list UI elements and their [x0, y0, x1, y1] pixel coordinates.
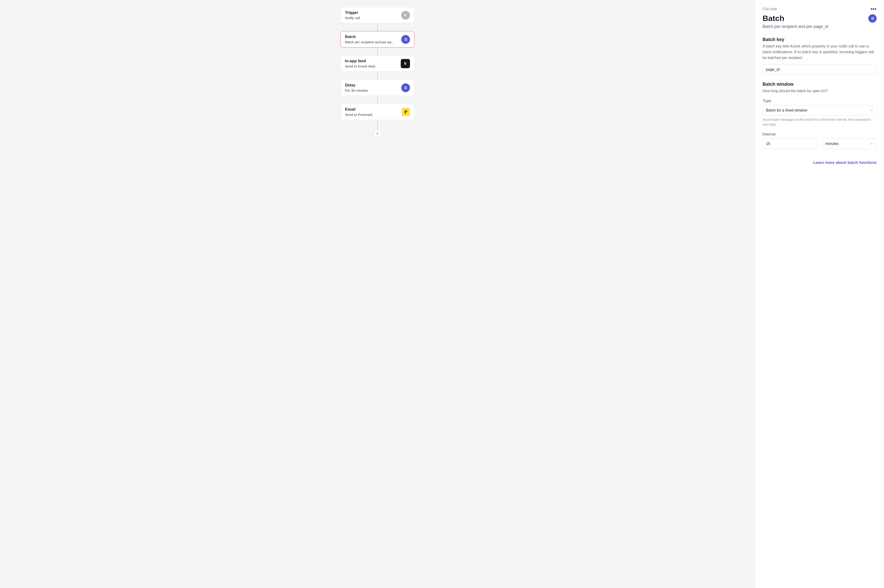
node-title: In-app feed — [345, 59, 398, 63]
batch-key-heading: Batch key — [762, 37, 876, 42]
flag-icon — [401, 11, 410, 20]
node-title: Delay — [345, 83, 398, 87]
interval-value-input[interactable] — [762, 138, 817, 149]
connector — [377, 96, 378, 104]
ellipsis-icon: ••• — [870, 6, 876, 12]
type-label: Type — [762, 99, 876, 103]
node-inapp-feed[interactable]: In-app feed Send to Knock feed k — [341, 55, 414, 72]
batch-window-description: How long should the batch be open for? — [762, 88, 876, 94]
more-menu-button[interactable]: ••• — [870, 6, 876, 12]
batch-key-description: A batch key tells Knock which property i… — [762, 44, 876, 61]
node-subtitle: Batch per recipient and per pa... — [345, 40, 398, 44]
node-subtitle: For 30 minutes — [345, 88, 398, 92]
interval-unit-select[interactable]: minutes — [822, 138, 877, 149]
interval-label: Interval — [762, 132, 876, 136]
add-step-button[interactable]: + — [374, 130, 381, 138]
plus-icon: + — [376, 131, 379, 136]
svg-point-4 — [404, 39, 404, 40]
workflow-canvas[interactable]: Trigger Notify call Batch Batch per reci… — [0, 0, 755, 588]
node-title: Trigger — [345, 10, 398, 15]
node-trigger[interactable]: Trigger Notify call — [341, 7, 414, 23]
batch-window-heading: Batch window — [762, 82, 876, 87]
type-help-text: Accumulate messages in this batch for a … — [762, 117, 876, 127]
knock-icon: k — [401, 59, 410, 68]
svg-point-13 — [871, 18, 871, 19]
node-subtitle: Send to Postmark — [345, 112, 399, 117]
postmark-icon: P — [402, 108, 410, 116]
connector — [377, 72, 378, 80]
svg-point-12 — [871, 17, 871, 18]
connector — [377, 23, 378, 31]
svg-point-5 — [404, 40, 404, 40]
node-delay[interactable]: Delay For 30 minutes — [341, 80, 414, 96]
list-icon — [401, 35, 410, 44]
workflow-flow: Trigger Notify call Batch Batch per reci… — [0, 7, 755, 138]
edit-step-panel: Edit step ••• Batch Batch per recipient … — [755, 0, 884, 588]
type-select[interactable]: Batch for a fixed window — [762, 105, 876, 116]
panel-title: Batch — [762, 14, 784, 23]
node-email[interactable]: Email Send to Postmark P — [341, 104, 414, 120]
node-subtitle: Notify call — [345, 16, 398, 20]
node-subtitle: Send to Knock feed — [345, 64, 398, 68]
node-title: Email — [345, 107, 399, 112]
connector — [377, 48, 378, 55]
panel-subtitle: Batch per recipient and per page_id — [762, 24, 876, 29]
list-icon — [868, 14, 876, 22]
svg-point-3 — [404, 38, 404, 39]
clock-icon — [401, 83, 410, 92]
svg-point-7 — [406, 62, 407, 63]
batch-key-input[interactable] — [762, 64, 876, 75]
node-title: Batch — [345, 34, 398, 39]
learn-more-link[interactable]: Learn more about batch functions — [762, 160, 876, 165]
panel-breadcrumb: Edit step — [762, 7, 777, 11]
svg-text:k: k — [404, 61, 407, 66]
node-batch[interactable]: Batch Batch per recipient and per pa... — [341, 31, 414, 48]
connector — [377, 120, 378, 130]
svg-point-14 — [871, 19, 871, 20]
